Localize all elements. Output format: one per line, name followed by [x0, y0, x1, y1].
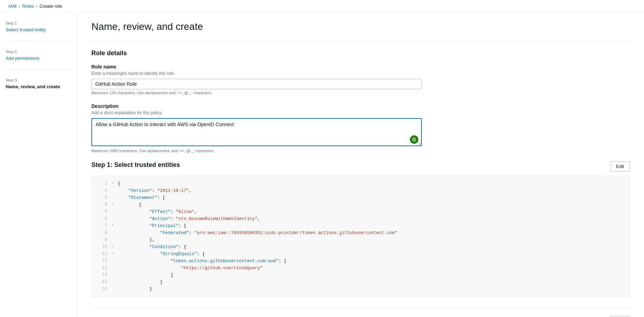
code-line-content: "Federated": "arn:aws:iam::704956590351:…	[118, 229, 397, 237]
code-line: 15 }	[92, 279, 630, 286]
code-line-content: "Statement": [	[118, 194, 165, 201]
breadcrumb-separator-1: ›	[19, 4, 20, 9]
role-name-input[interactable]	[91, 79, 422, 89]
code-line: 9 },	[92, 237, 630, 244]
description-hint: Add a short explanation for this policy.	[91, 110, 630, 115]
code-line: 10▾ "Condition": {	[92, 244, 630, 251]
code-line-content: }	[118, 279, 163, 286]
code-line-content: },	[118, 237, 155, 244]
code-line-number: 5	[97, 208, 107, 215]
code-line-number: 14	[97, 272, 107, 278]
code-line-content: {	[118, 180, 121, 187]
breadcrumb: IAM › Roles › Create role	[0, 0, 644, 13]
code-line-content: {	[118, 201, 142, 208]
code-line-number: 6	[97, 215, 107, 222]
page-title: Name, review, and create	[91, 21, 630, 32]
sidebar-divider-2	[6, 69, 71, 70]
code-line: 1▾{	[92, 180, 630, 187]
sidebar-item-name-review-create: Name, review, and create	[6, 84, 60, 89]
description-note: Maximum 1000 characters. Use alphanumeri…	[91, 149, 630, 153]
step-2-label: Step 2	[6, 50, 71, 54]
code-line-number: 7	[97, 222, 107, 229]
code-line-content: "StringEquals": {	[118, 251, 205, 258]
code-line-number: 12	[97, 258, 107, 264]
code-line-collapse: ▾	[111, 180, 116, 187]
code-line: 2 "Version": "2012-10-17",	[92, 187, 630, 194]
code-line-collapse: ▾	[111, 251, 116, 257]
sidebar-divider-1	[6, 41, 71, 41]
code-line: 7▾ "Principal": {	[92, 222, 630, 229]
main-content: Name, review, and create Role details Ro…	[77, 13, 644, 317]
trusted-entities-header: Step 1: Select trusted entities Edit	[91, 161, 630, 172]
code-line: 5 "Effect": "Allow",	[92, 208, 630, 215]
role-name-hint: Enter a meaningful name to identify this…	[91, 71, 630, 76]
trusted-entities-edit-button[interactable]: Edit	[610, 161, 630, 172]
code-line-content: "Action": "sts:AssumeRoleWithWebIdentity…	[118, 215, 260, 222]
code-line-collapse: ▾	[111, 201, 116, 208]
role-name-field-group: Role name Enter a meaningful name to ide…	[91, 64, 630, 95]
code-line-number: 13	[97, 265, 107, 271]
trusted-entities-title: Step 1: Select trusted entities	[91, 161, 180, 169]
role-name-note: Maximum 128 characters. Use alphanumeric…	[91, 91, 630, 95]
code-line-collapse: ▾	[111, 222, 116, 229]
code-line-number: 11	[97, 251, 107, 257]
trusted-entities-section: Step 1: Select trusted entities Edit 1▾{…	[91, 161, 630, 297]
code-line-number: 4	[97, 201, 107, 208]
code-line-number: 10	[97, 244, 107, 250]
role-name-label: Role name	[91, 64, 630, 70]
step-1-label: Step 1	[6, 21, 71, 25]
code-line: 16 }	[92, 286, 630, 293]
sidebar-item-select-trusted-entity[interactable]: Select trusted entity	[6, 27, 46, 32]
code-line-number: 1	[97, 180, 107, 187]
code-line: 8 "Federated": "arn:aws:iam::70495659035…	[92, 229, 630, 237]
sidebar: Step 1 Select trusted entity Step 2 Add …	[0, 13, 77, 317]
sidebar-item-add-permissions[interactable]: Add permissions	[6, 56, 39, 61]
add-permissions-section: Step 2: Add permissions Edit	[91, 309, 630, 317]
breadcrumb-separator-2: ›	[36, 4, 37, 9]
code-line: 6 "Action": "sts:AssumeRoleWithWebIdenti…	[92, 215, 630, 222]
code-line-number: 16	[97, 286, 107, 292]
code-line-number: 8	[97, 229, 107, 236]
code-line-content: "Version": "2012-10-17",	[118, 187, 192, 194]
code-line-content: "Condition": {	[118, 244, 186, 251]
code-line-content: }	[118, 286, 152, 293]
code-line: 4▾ {	[92, 201, 630, 208]
code-line-number: 3	[97, 194, 107, 201]
code-line: 14 ]	[92, 272, 630, 279]
description-check-icon: G	[410, 135, 418, 144]
page-layout: Step 1 Select trusted entity Step 2 Add …	[0, 13, 644, 317]
breadcrumb-current: Create role	[39, 4, 62, 9]
code-line-content: "Principal": {	[118, 222, 186, 229]
role-details-heading: Role details	[91, 50, 630, 57]
code-line-number: 15	[97, 279, 107, 285]
code-line-content: ]	[118, 272, 173, 279]
breadcrumb-roles[interactable]: Roles	[22, 4, 34, 9]
step-3-label: Step 3	[6, 78, 71, 82]
code-line-number: 9	[97, 237, 107, 243]
sidebar-step-2: Step 2 Add permissions	[6, 50, 71, 61]
description-textarea[interactable]	[91, 118, 422, 146]
code-line-content: "token.actions.githubusercontent.com:aud…	[118, 258, 286, 265]
code-line: 3 "Statement": [	[92, 194, 630, 201]
code-line: 12 "token.actions.githubusercontent.com:…	[92, 258, 630, 265]
code-line-content: "Effect": "Allow",	[118, 208, 197, 215]
trusted-entities-code-block: 1▾{2 "Version": "2012-10-17",3 "Statemen…	[91, 176, 630, 297]
code-line: 11▾ "StringEquals": {	[92, 251, 630, 258]
role-details-divider	[91, 41, 630, 41]
description-textarea-wrapper: G	[91, 118, 422, 147]
breadcrumb-iam[interactable]: IAM	[8, 4, 17, 9]
code-line-number: 2	[97, 187, 107, 194]
sidebar-step-1: Step 1 Select trusted entity	[6, 21, 71, 32]
description-label: Description	[91, 103, 630, 109]
code-line: 13 "https://github.com/cloudquery"	[92, 265, 630, 272]
code-line-collapse: ▾	[111, 244, 116, 250]
description-field-group: Description Add a short explanation for …	[91, 103, 630, 153]
code-line-content: "https://github.com/cloudquery"	[118, 265, 263, 272]
sidebar-step-3: Step 3 Name, review, and create	[6, 78, 71, 89]
